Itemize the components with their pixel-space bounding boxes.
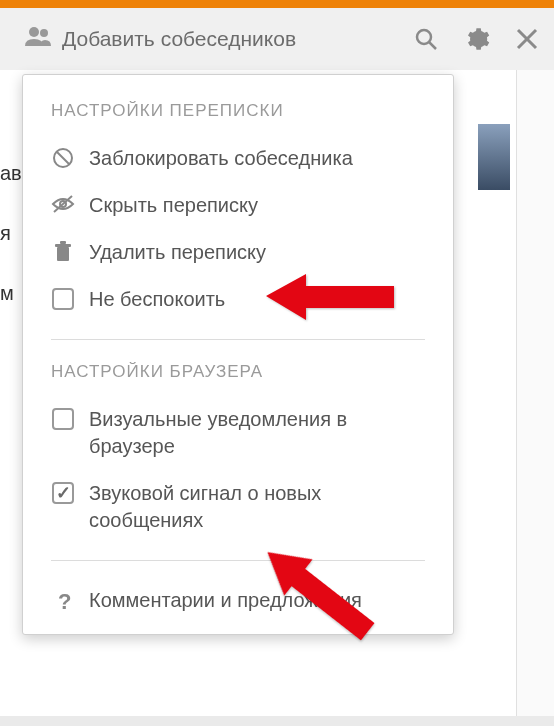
- add-participants-label: Добавить собеседников: [62, 27, 296, 51]
- section-header-chat: НАСТРОЙКИ ПЕРЕПИСКИ: [23, 95, 453, 135]
- svg-rect-11: [55, 244, 71, 247]
- block-icon: [51, 145, 75, 169]
- menu-item-label: Звуковой сигнал о новых сообщениях: [89, 480, 425, 534]
- trash-icon: [51, 239, 75, 263]
- svg-rect-10: [57, 247, 69, 261]
- search-icon[interactable]: [414, 27, 438, 51]
- menu-item-label: Комментарии и предложения: [89, 587, 425, 614]
- checkbox-checked-icon: [51, 480, 75, 504]
- menu-item-visual-notifications[interactable]: Визуальные уведомления в браузере: [23, 396, 453, 470]
- menu-item-label: Не беспокоить: [89, 286, 425, 313]
- menu-item-feedback[interactable]: ? Комментарии и предложения: [23, 577, 453, 634]
- divider: [51, 339, 425, 340]
- menu-item-label: Визуальные уведомления в браузере: [89, 406, 425, 460]
- checkbox-unchecked-icon: [51, 406, 75, 430]
- settings-dropdown: НАСТРОЙКИ ПЕРЕПИСКИ Заблокировать собесе…: [22, 74, 454, 635]
- bottom-edge: [0, 716, 554, 726]
- close-icon[interactable]: [516, 28, 538, 50]
- section-header-browser: НАСТРОЙКИ БРАУЗЕРА: [23, 356, 453, 396]
- menu-item-label: Удалить переписку: [89, 239, 425, 266]
- menu-item-label: Заблокировать собеседника: [89, 145, 425, 172]
- menu-item-do-not-disturb[interactable]: Не беспокоить: [23, 276, 453, 323]
- menu-item-block-user[interactable]: Заблокировать собеседника: [23, 135, 453, 182]
- svg-point-1: [40, 29, 48, 37]
- question-icon: ?: [51, 587, 75, 613]
- divider: [51, 560, 425, 561]
- svg-line-3: [429, 42, 436, 49]
- obscured-text: ав: [0, 150, 22, 196]
- svg-line-7: [57, 152, 70, 165]
- scrollbar-track[interactable]: [516, 70, 554, 726]
- thumbnail-fragment: [478, 124, 510, 190]
- menu-item-label: Скрыть переписку: [89, 192, 425, 219]
- svg-text:?: ?: [58, 589, 71, 613]
- svg-point-2: [417, 30, 431, 44]
- chat-header: Добавить собеседников: [0, 8, 554, 70]
- checkbox-unchecked-icon: [51, 286, 75, 310]
- eye-off-icon: [51, 192, 75, 214]
- add-participants-button[interactable]: Добавить собеседников: [24, 26, 414, 53]
- menu-item-delete-chat[interactable]: Удалить переписку: [23, 229, 453, 276]
- people-icon: [24, 26, 52, 53]
- obscured-text: я: [0, 210, 22, 256]
- menu-item-hide-chat[interactable]: Скрыть переписку: [23, 182, 453, 229]
- window-accent-bar: [0, 0, 554, 8]
- svg-point-0: [29, 27, 39, 37]
- menu-item-sound-notifications[interactable]: Звуковой сигнал о новых сообщениях: [23, 470, 453, 544]
- gear-icon[interactable]: [464, 26, 490, 52]
- obscured-text: м: [0, 270, 22, 316]
- svg-rect-12: [60, 241, 66, 244]
